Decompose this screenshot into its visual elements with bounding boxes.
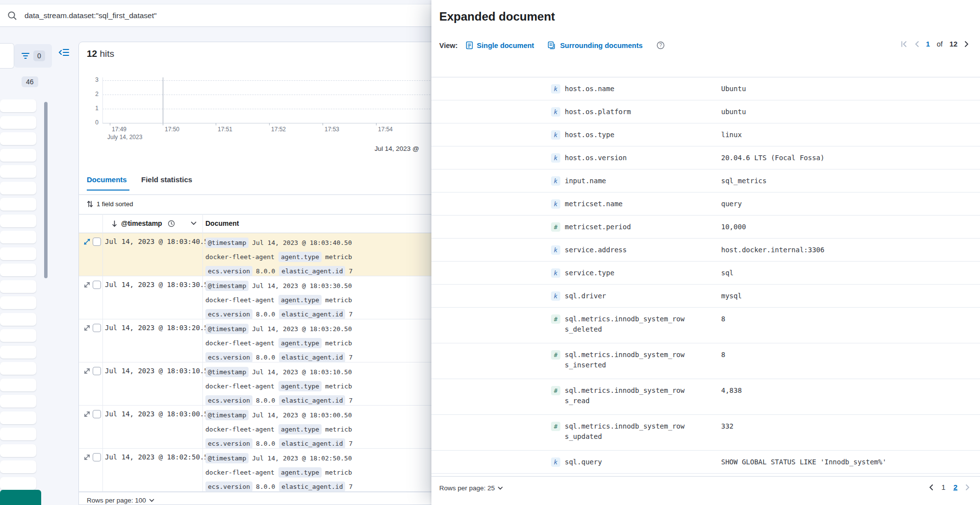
field-list-item[interactable] [0,215,36,227]
field-row: kmetricset.namequery [431,192,980,216]
help-icon[interactable]: ? [656,41,665,49]
field-name-pill: @timestamp [205,281,249,291]
single-document-link[interactable]: Single document [466,41,534,49]
first-page-icon[interactable] [901,41,907,48]
column-divider [102,214,103,492]
field-list-item[interactable] [0,428,36,440]
timestamp-column-header[interactable]: @timestamp [121,219,162,227]
expand-document-icon[interactable] [83,367,91,375]
field-list-item[interactable] [0,296,36,309]
fields-page-1[interactable]: 1 [941,483,945,491]
rows-per-page-label: Rows per page: 100 [87,497,146,504]
field-list-item[interactable] [0,346,36,359]
timestamp-cell: Jul 14, 2023 @ 18:03:00.502 [105,410,217,418]
document-column-header[interactable]: Document [205,219,239,227]
x-axis-tick-label: 17:52 [271,126,286,133]
field-search-input[interactable] [0,43,14,69]
field-name-pill: elastic_agent.id [279,266,345,276]
field-list-item[interactable] [0,280,36,293]
field-list-item[interactable] [0,395,36,408]
field-list-item[interactable] [0,379,36,391]
number-token-icon: # [551,222,560,232]
expand-document-icon[interactable] [83,281,91,289]
field-list-item[interactable] [0,149,36,162]
timestamp-column-menu-chevron-icon[interactable] [191,221,197,225]
field-list-item[interactable] [0,132,36,145]
field-list-item[interactable] [0,477,36,490]
field-list-item[interactable] [0,247,36,260]
field-filter-button[interactable]: 0 [14,44,52,68]
field-name-pill: elastic_agent.id [279,395,345,406]
flyout-top-pagination: 1 of 12 [901,40,969,48]
expand-document-icon[interactable] [83,410,91,418]
field-value: linux [721,130,742,140]
field-list-item[interactable] [0,116,36,129]
field-list-item[interactable] [0,182,36,194]
select-row-checkbox[interactable] [93,238,101,246]
y-axis-tick-label: 1 [85,105,99,112]
select-row-checkbox[interactable] [93,410,101,418]
page-corner-teal-button[interactable] [0,490,41,505]
prev-page-icon[interactable] [914,41,919,48]
field-value-text: Jul 14, 2023 @ 18:03:40.50 [252,239,352,246]
field-value-text: metricb [325,383,352,390]
field-value: mysql [721,291,742,301]
field-value-text: metricb [325,253,352,261]
field-list-item[interactable] [0,313,36,326]
select-row-checkbox[interactable] [93,453,101,461]
field-value-text: docker-fleet-agent [205,383,275,390]
filter-count-badge: 0 [33,50,45,61]
keyword-token-icon: k [551,107,560,117]
y-axis-tick-label: 0 [85,119,99,126]
fields-page-2[interactable]: 2 [954,483,957,491]
select-row-checkbox[interactable] [93,281,101,289]
tab-documents[interactable]: Documents [87,175,127,184]
field-list-item[interactable] [0,362,36,375]
field-value-text: 7 [349,483,352,490]
query-input-value[interactable]: data_stream.dataset:"sql_first_dataset" [25,11,157,20]
expand-document-icon[interactable] [83,454,91,461]
field-list-item[interactable] [0,165,36,178]
field-list-item[interactable] [0,460,36,473]
select-row-checkbox[interactable] [93,367,101,375]
rows-per-page-button[interactable]: Rows per page: 100 [87,497,154,504]
field-value: sql_metrics [721,176,767,186]
field-row: kinput.namesql_metrics [431,169,980,192]
surrounding-documents-link[interactable]: Surrounding documents [548,41,642,49]
fields-prev-page-icon[interactable] [929,484,933,491]
field-list-item[interactable] [0,198,36,211]
field-name-pill: agent.type [278,467,322,478]
field-value-text: Jul 14, 2023 @ 18:03:10.50 [252,368,352,376]
clock-icon [168,220,175,227]
next-page-icon[interactable] [964,41,969,48]
collapse-sidebar-button[interactable] [57,46,70,59]
field-list-item[interactable] [0,231,36,243]
y-axis-tick-label: 2 [85,91,99,97]
expand-document-icon[interactable] [83,324,91,332]
sort-fields-icon [87,200,93,208]
field-name: host.os.type [565,130,686,140]
fields-next-page-icon[interactable] [965,484,970,491]
flyout-rows-per-page-button[interactable]: Rows per page: 25 [439,484,503,492]
collapse-document-icon[interactable] [83,238,91,245]
timestamp-cell: Jul 14, 2023 @ 18:02:50.502 [105,453,217,461]
field-list-item[interactable] [0,411,36,424]
field-name: host.os.name [565,84,686,94]
field-value: 8 [721,350,725,360]
field-name: sql.metrics.innodb_system_rows_read [565,385,686,406]
field-row: khost.os.typelinux [431,123,980,146]
field-sorted-button[interactable]: 1 field sorted [87,200,133,208]
select-row-checkbox[interactable] [93,324,101,332]
number-token-icon: # [551,314,560,324]
field-list-item[interactable] [0,329,36,342]
sidebar-scrollbar[interactable] [44,102,48,278]
field-list-item[interactable] [0,264,36,276]
timestamp-cell: Jul 14, 2023 @ 18:03:20.502 [105,324,217,332]
x-axis-tick [376,123,377,125]
field-list-item[interactable] [0,99,36,112]
field-row: #sql.metrics.innodb_system_rows_read4,83… [431,379,980,415]
field-name-pill: ecs.version [205,481,252,492]
tab-field-statistics[interactable]: Field statistics [141,175,192,184]
field-row: #metricset.period10,000 [431,216,980,239]
field-list-item[interactable] [0,444,36,457]
